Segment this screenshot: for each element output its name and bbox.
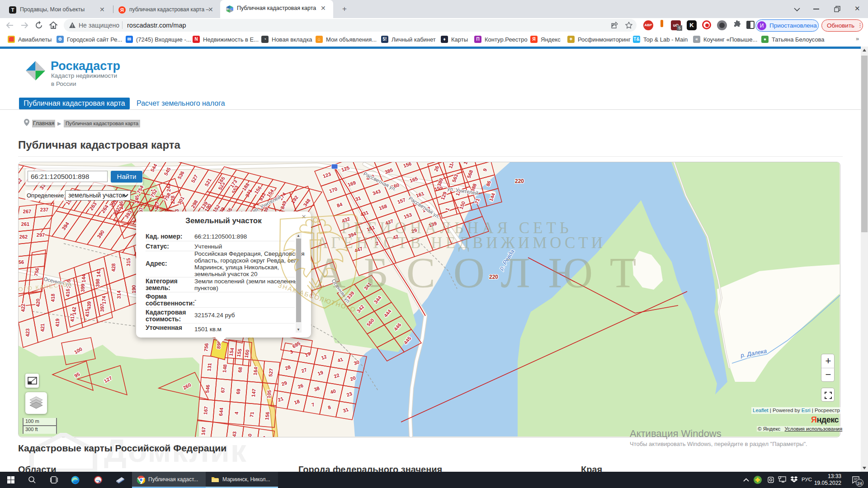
svg-text:356: 356 (19, 259, 24, 265)
svg-text:415: 415 (85, 309, 90, 317)
svg-text:418: 418 (50, 294, 56, 302)
svg-text:164: 164 (252, 366, 259, 375)
svg-text:423: 423 (25, 328, 30, 337)
svg-text:69: 69 (235, 389, 241, 394)
svg-text:262: 262 (19, 234, 28, 239)
svg-text:315: 315 (126, 258, 131, 266)
svg-text:71: 71 (249, 412, 255, 418)
svg-text:297: 297 (37, 232, 45, 238)
svg-text:756: 756 (203, 343, 209, 352)
svg-text:427: 427 (154, 202, 160, 210)
svg-text:419: 419 (55, 319, 60, 327)
svg-text:131: 131 (206, 363, 212, 371)
svg-text:399: 399 (80, 284, 85, 292)
svg-text:397: 397 (99, 304, 105, 312)
svg-text:267: 267 (23, 209, 31, 214)
svg-text:174: 174 (101, 296, 107, 304)
svg-text:398: 398 (95, 279, 100, 287)
svg-text:68: 68 (237, 367, 243, 373)
svg-text:422: 422 (20, 304, 26, 312)
svg-text:428: 428 (111, 263, 116, 272)
svg-text:417: 417 (70, 314, 75, 322)
svg-text:261: 261 (21, 221, 29, 227)
svg-text:148: 148 (222, 364, 228, 373)
svg-text:105: 105 (266, 390, 272, 399)
svg-text:644: 644 (218, 407, 224, 416)
svg-text:228: 228 (170, 196, 175, 204)
svg-text:237: 237 (40, 207, 48, 212)
svg-text:420: 420 (35, 299, 41, 307)
svg-text:220: 220 (515, 178, 524, 184)
svg-text:167: 167 (203, 406, 209, 415)
svg-text:546: 546 (204, 385, 211, 393)
svg-text:439: 439 (86, 301, 92, 310)
svg-text:527: 527 (268, 368, 274, 377)
svg-text:314: 314 (116, 290, 122, 299)
svg-text:147: 147 (250, 389, 257, 397)
svg-text:421: 421 (40, 324, 45, 332)
svg-text:67: 67 (220, 387, 226, 393)
svg-text:416: 416 (65, 289, 71, 297)
svg-text:156: 156 (264, 412, 270, 420)
